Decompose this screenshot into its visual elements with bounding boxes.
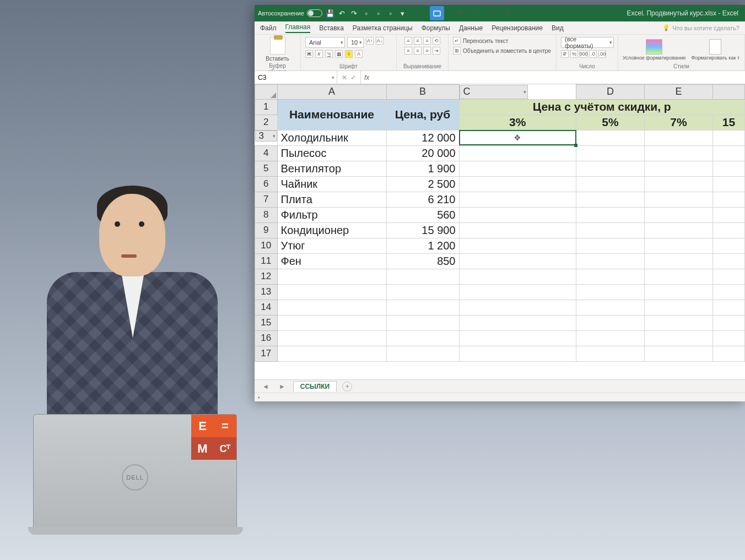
cell[interactable] <box>713 284 745 300</box>
qat-icon[interactable]: ▫ <box>362 9 371 18</box>
overlay-window-icon[interactable]: ◻ <box>473 9 478 17</box>
autosave-toggle[interactable]: Автосохранение <box>258 9 322 17</box>
sheet-tab-links[interactable]: ССЫЛКИ <box>293 381 337 392</box>
font-color-button[interactable]: A <box>355 50 363 58</box>
header-pct-15[interactable]: 15 <box>713 115 745 130</box>
cell-name[interactable]: Плита <box>277 192 386 207</box>
row-header[interactable]: 5 <box>255 161 278 176</box>
row-header[interactable]: 9 <box>255 222 278 238</box>
menu-view[interactable]: Вид <box>552 24 564 32</box>
row-header[interactable]: 7 <box>255 192 278 207</box>
header-name[interactable]: Наименование <box>277 99 386 130</box>
cell[interactable] <box>459 145 576 161</box>
cell-price[interactable]: 850 <box>386 253 459 269</box>
cell-price[interactable]: 1 900 <box>386 161 459 176</box>
conditional-format-label[interactable]: Условное форматирование <box>623 56 686 61</box>
cell[interactable] <box>386 346 459 361</box>
row-header-2[interactable]: 2 <box>255 115 278 130</box>
paste-label[interactable]: Вставить <box>266 56 289 62</box>
border-button[interactable]: ▦ <box>335 50 343 58</box>
cell[interactable] <box>713 145 745 161</box>
tell-me-search[interactable]: 💡 Что вы хотите сделать? <box>662 24 739 31</box>
cell[interactable] <box>386 269 459 284</box>
menu-review[interactable]: Рецензирование <box>492 24 543 32</box>
format-table-icon[interactable] <box>709 39 721 55</box>
cell[interactable] <box>459 222 576 238</box>
header-pct-3[interactable]: 3% <box>459 115 576 130</box>
cell[interactable] <box>713 161 745 176</box>
inc-decimal-icon[interactable]: .0 <box>589 50 597 58</box>
cell[interactable] <box>645 130 713 145</box>
cell[interactable] <box>459 330 576 346</box>
underline-button[interactable]: Ч <box>325 50 333 58</box>
cell[interactable] <box>386 300 459 315</box>
align-left-icon[interactable]: ≡ <box>404 47 412 55</box>
overlay-rect-icon[interactable]: ▭ <box>488 9 494 17</box>
align-mid-icon[interactable]: ≡ <box>414 37 422 45</box>
cell[interactable] <box>277 346 386 361</box>
cell-price[interactable]: 560 <box>386 207 459 222</box>
cell-name[interactable]: Чайник <box>277 176 386 192</box>
header-pct-7[interactable]: 7% <box>645 115 713 130</box>
cell[interactable] <box>645 315 713 330</box>
align-right-icon[interactable]: ≡ <box>423 47 431 55</box>
col-header-f[interactable] <box>713 85 745 100</box>
align-center-icon[interactable]: ≡ <box>414 47 422 55</box>
cell[interactable] <box>645 238 713 253</box>
row-header[interactable]: 12 <box>255 269 278 284</box>
cancel-icon[interactable]: ✕ <box>342 74 347 81</box>
cell[interactable] <box>713 207 745 222</box>
conditional-format-icon[interactable] <box>646 39 662 55</box>
menu-layout[interactable]: Разметка страницы <box>353 24 413 32</box>
cell-name[interactable]: Фильтр <box>277 207 386 222</box>
overlay-refresh-icon[interactable]: ⟳ <box>457 9 463 17</box>
cell[interactable] <box>576 238 645 253</box>
menu-formulas[interactable]: Формулы <box>422 24 450 32</box>
menu-home[interactable]: Главная <box>285 23 311 33</box>
cell[interactable] <box>645 176 713 192</box>
align-bot-icon[interactable]: ≡ <box>423 37 431 45</box>
cell[interactable] <box>645 145 713 161</box>
cell[interactable] <box>277 300 386 315</box>
cell[interactable] <box>713 300 745 315</box>
row-header[interactable]: 13 <box>255 284 278 300</box>
cell[interactable] <box>576 176 645 192</box>
percent-icon[interactable]: % <box>570 50 578 58</box>
fill-color-button[interactable]: ◊ <box>345 50 353 58</box>
merge-label[interactable]: Объединить и поместить в центре <box>463 48 551 54</box>
cell-price[interactable]: 20 000 <box>386 145 459 161</box>
cell[interactable] <box>459 315 576 330</box>
col-header-c[interactable]: C <box>460 85 528 99</box>
tab-next-icon[interactable]: ► <box>277 383 288 390</box>
italic-button[interactable]: К <box>315 50 323 58</box>
cell[interactable] <box>576 192 645 207</box>
cell[interactable] <box>576 300 645 315</box>
row-header[interactable]: 14 <box>255 300 278 315</box>
cell[interactable] <box>459 192 576 207</box>
cell[interactable] <box>459 253 576 269</box>
cell[interactable] <box>459 269 576 284</box>
qat-icon-3[interactable]: ▫ <box>386 9 395 18</box>
enter-icon[interactable]: ✓ <box>350 74 356 81</box>
row-header[interactable]: 8 <box>255 207 278 222</box>
cell[interactable] <box>645 346 713 361</box>
currency-icon[interactable]: ₽ <box>561 50 569 58</box>
merge-icon[interactable]: ⊞ <box>453 47 461 55</box>
cell[interactable] <box>576 315 645 330</box>
cell[interactable] <box>576 145 645 161</box>
col-header-d[interactable]: D <box>576 85 645 100</box>
cell-price[interactable]: 15 900 <box>386 222 459 238</box>
dec-decimal-icon[interactable]: .00 <box>598 50 606 58</box>
col-header-a[interactable]: A <box>277 85 386 100</box>
cell[interactable] <box>576 130 645 145</box>
fx-icon[interactable]: fx <box>361 74 372 81</box>
cell[interactable] <box>459 284 576 300</box>
overlay-close-icon[interactable]: ✕ <box>504 9 510 17</box>
cell[interactable] <box>277 284 386 300</box>
wrap-text-icon[interactable]: ↵ <box>453 37 461 45</box>
menu-data[interactable]: Данные <box>459 24 483 32</box>
name-box[interactable]: C3 <box>255 71 337 84</box>
redo-icon[interactable]: ↷ <box>350 9 359 18</box>
cell[interactable] <box>459 161 576 176</box>
cell-price[interactable]: 1 200 <box>386 238 459 253</box>
